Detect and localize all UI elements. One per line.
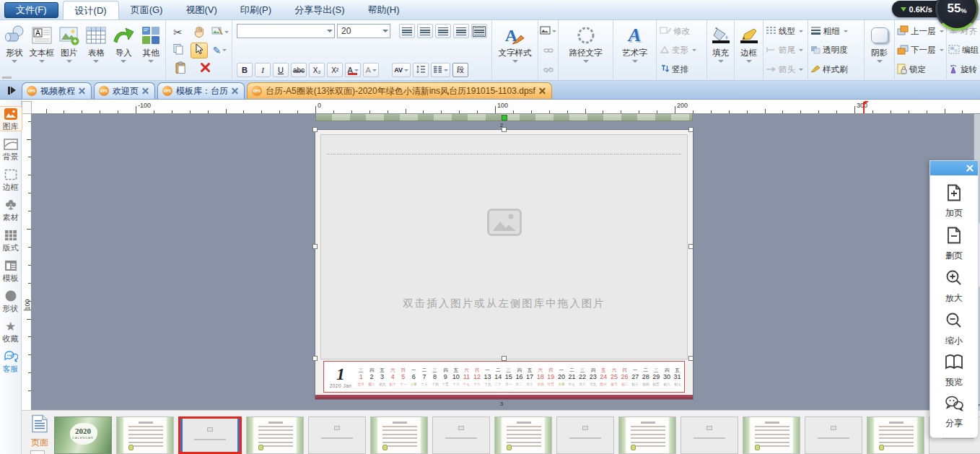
panel-item-zoom-out[interactable]: 缩小 <box>945 311 963 347</box>
arrow-tail-button[interactable]: 箭尾 <box>766 43 807 58</box>
thumbnail-cover[interactable]: 2020CALENDAR <box>54 416 112 454</box>
collapse-panel-icon[interactable] <box>4 83 19 97</box>
page-divider-handle[interactable] <box>502 115 507 121</box>
table-tool-button[interactable]: 表格 <box>82 22 110 79</box>
document-tab-2[interactable]: DPS模板库：台历 <box>157 82 245 99</box>
letter-spacing-button[interactable]: AV <box>392 63 411 77</box>
close-icon[interactable] <box>966 165 974 172</box>
image-tool-button[interactable]: 图片 <box>56 22 83 79</box>
align-justify-button[interactable] <box>453 24 469 38</box>
group-button[interactable]: 编组 <box>948 43 979 58</box>
rotate-button[interactable]: 旋转 <box>948 62 979 78</box>
thickness-button[interactable]: 粗细 <box>810 23 863 39</box>
thumbnail-calendar-page[interactable] <box>116 416 174 454</box>
menu-item-2[interactable]: 页面(G) <box>119 1 175 19</box>
cut-button[interactable]: ✂ <box>170 25 187 40</box>
image-frame-button[interactable] <box>540 25 557 38</box>
design-canvas[interactable]: 2 双击插入图片或从左侧图库中拖入图片 1 2020 Jan 三1元旦四2腊八五… <box>32 114 980 410</box>
delete-button[interactable] <box>196 61 214 77</box>
panel-item-page-minus[interactable]: 删页 <box>945 226 963 262</box>
tab-close-icon[interactable] <box>142 88 149 95</box>
menu-item-5[interactable]: 分享导出(S) <box>283 1 356 19</box>
image-placeholder-frame[interactable]: 双击插入图片或从左侧图库中拖入图片 <box>320 134 688 359</box>
calendar-strip[interactable]: 1 2020 Jan 三1元旦四2腊八五3初九六4初十日5十一一6小寒二7十三三… <box>323 361 685 393</box>
document-tab-1[interactable]: DPS欢迎页 <box>94 82 155 99</box>
word-art-button[interactable]: A 艺术字 <box>614 22 655 79</box>
menu-item-1[interactable]: 设计(D) <box>63 1 119 19</box>
line-type-button[interactable]: 线型 <box>766 23 807 39</box>
vertical-text-button[interactable]: 竖排 <box>660 62 706 78</box>
panel-item-page-plus[interactable]: 加页 <box>945 183 963 219</box>
page[interactable]: 双击插入图片或从左侧图库中拖入图片 1 2020 Jan 三1元旦四2腊八五3初… <box>315 130 693 399</box>
pan-hand-button[interactable] <box>191 25 208 40</box>
path-text-button[interactable]: 路径文字 <box>559 22 612 79</box>
subscript-button[interactable]: X₂ <box>309 63 325 77</box>
transparency-button[interactable]: 透明度 <box>810 43 863 58</box>
columns-button[interactable] <box>431 63 450 77</box>
lock-button[interactable]: 锁定 <box>897 62 945 78</box>
previous-page-edge[interactable] <box>315 114 693 121</box>
sidebar-item-template[interactable]: 模板 <box>0 258 22 282</box>
menu-item-4[interactable]: 印刷(P) <box>229 1 283 19</box>
selection-handle[interactable] <box>312 244 318 249</box>
thumbnail-calendar-page[interactable] <box>370 416 428 454</box>
import-tool-button[interactable]: 导入 <box>110 22 137 79</box>
tab-close-icon[interactable] <box>539 88 546 95</box>
draw-pen-button[interactable]: ✎ <box>211 43 229 58</box>
sidebar-item-shape[interactable]: 形状 <box>0 289 22 313</box>
document-tab-0[interactable]: DPS视频教程 <box>22 82 92 99</box>
font-color-button[interactable]: A <box>345 63 361 77</box>
paragraph-settings-button[interactable]: 段 <box>452 63 468 77</box>
sidebar-item-gallery[interactable]: 图库 <box>0 107 22 131</box>
copy-button[interactable] <box>170 43 187 58</box>
italic-button[interactable]: I <box>255 63 271 77</box>
shape-tool-button[interactable]: 形状 <box>1 22 28 79</box>
thumbnail-placeholder-page[interactable] <box>556 416 614 454</box>
tab-close-icon[interactable] <box>79 88 85 95</box>
selection-handle[interactable] <box>502 127 507 132</box>
underline-button[interactable]: U <box>273 63 289 77</box>
bold-button[interactable]: B <box>237 63 253 77</box>
font-size-select[interactable]: 20 <box>337 24 390 38</box>
sidebar-item-service[interactable]: 客服 <box>0 349 22 373</box>
sidebar-item-frame[interactable]: 边框 <box>0 167 22 191</box>
char-background-button[interactable]: A <box>363 63 379 77</box>
arrow-head-button[interactable]: 箭头 <box>766 62 807 78</box>
pages-button[interactable]: 页面 <box>26 414 53 449</box>
image-adjust-button[interactable] <box>211 25 229 40</box>
thumbnail-calendar-page[interactable] <box>494 416 552 454</box>
menu-item-0[interactable]: 文件(F) <box>4 2 58 18</box>
border-button[interactable]: 边框 <box>735 22 762 79</box>
align-center-button[interactable] <box>417 24 433 38</box>
unlink-button[interactable] <box>540 64 557 77</box>
panel-item-wechat[interactable]: 分享 <box>944 395 964 429</box>
select-cursor-button[interactable] <box>191 43 208 58</box>
style-brush-button[interactable]: 样式刷 <box>810 62 863 78</box>
more-tools-button[interactable]: 其他 <box>137 22 165 79</box>
thumbnail-current-page-selected[interactable] <box>178 416 242 454</box>
sidebar-item-layout[interactable]: 版式 <box>0 228 22 252</box>
send-backward-button[interactable]: 下一层 <box>897 43 945 58</box>
menu-item-3[interactable]: 视图(V) <box>174 1 228 19</box>
selection-handle[interactable] <box>688 244 694 249</box>
panel-item-zoom-in[interactable]: 放大 <box>945 269 963 305</box>
tab-close-icon[interactable] <box>232 88 238 95</box>
thumbnail-placeholder-page[interactable] <box>432 416 490 454</box>
modify-button[interactable]: 修改 <box>660 23 706 39</box>
paste-button[interactable] <box>172 61 189 77</box>
strikethrough-button[interactable]: abc <box>291 63 307 77</box>
link-button[interactable] <box>540 44 557 57</box>
selection-handle[interactable] <box>688 127 694 132</box>
thumbnail-placeholder-page[interactable] <box>681 416 738 454</box>
textbox-tool-button[interactable]: 文本框 <box>28 22 56 79</box>
fill-button[interactable]: 填充 <box>708 22 733 79</box>
thumbnail-placeholder-page[interactable] <box>308 416 366 454</box>
thumbnail-calendar-page[interactable] <box>618 416 676 454</box>
menu-item-6[interactable]: 帮助(H) <box>356 1 411 19</box>
align-left-button[interactable] <box>399 24 415 38</box>
document-tab-3[interactable]: DPS台历-A5圈装(13张双面)-2020年绿色小清新ins风台历191015… <box>247 82 552 99</box>
selection-handle[interactable] <box>688 356 694 361</box>
transform-button[interactable]: 变形 <box>660 43 706 58</box>
align-distribute-button[interactable] <box>471 24 487 38</box>
selection-handle[interactable] <box>502 356 507 361</box>
